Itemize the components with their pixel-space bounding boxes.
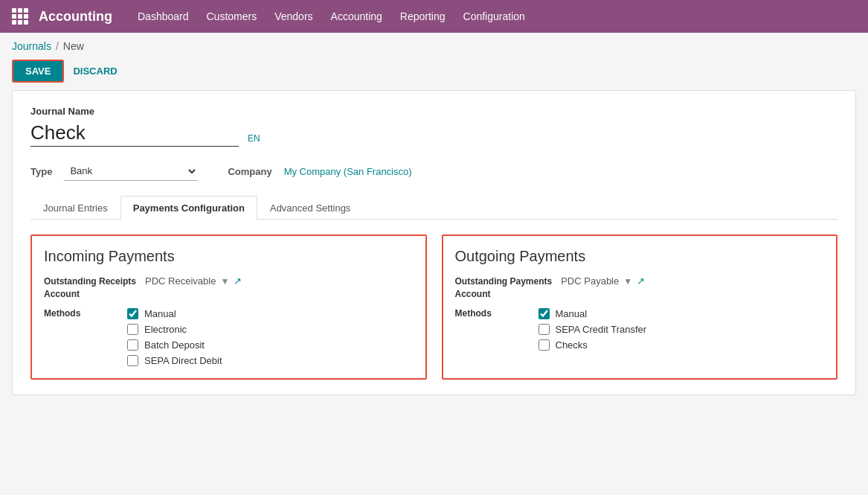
breadcrumb-current: New [63,40,84,52]
nav-dashboard[interactable]: Dashboard [130,7,196,25]
action-bar: SAVE DISCARD [0,55,868,90]
outgoing-methods-label: Methods [455,308,530,351]
breadcrumb-journals-link[interactable]: Journals [12,40,51,52]
main-card: Journal Name EN Type Bank Company My Com… [12,90,856,395]
outgoing-account-label: Outstanding PaymentsAccount [455,275,553,301]
tab-journal-entries[interactable]: Journal Entries [30,196,120,220]
payments-area: Incoming Payments Outstanding ReceiptsAc… [30,234,838,380]
incoming-method-manual-checkbox[interactable] [127,308,138,319]
outgoing-method-checks[interactable]: Checks [539,339,647,351]
outgoing-method-manual[interactable]: Manual [539,308,647,319]
incoming-account-text: PDC Receivable [145,275,216,287]
lang-badge[interactable]: EN [248,133,260,144]
outgoing-methods-row: Methods Manual SEPA Credit Transfer Chec… [455,308,825,351]
tab-payments-configuration[interactable]: Payments Configuration [120,196,257,220]
grid-icon [12,8,28,25]
incoming-method-batch-deposit[interactable]: Batch Deposit [127,339,222,351]
incoming-method-manual-label: Manual [144,308,176,319]
incoming-method-batch-deposit-label: Batch Deposit [144,339,205,351]
incoming-method-sepa-direct-debit[interactable]: SEPA Direct Debit [127,355,222,366]
incoming-method-sepa-direct-debit-checkbox[interactable] [127,355,138,366]
incoming-method-electronic[interactable]: Electronic [127,324,222,335]
outgoing-account-text: PDC Payable [561,275,619,287]
topbar: Accounting Dashboard Customers Vendors A… [0,0,868,33]
incoming-method-sepa-direct-debit-label: SEPA Direct Debit [144,355,222,366]
outgoing-methods-list: Manual SEPA Credit Transfer Checks [539,308,647,351]
outgoing-method-checks-checkbox[interactable] [539,339,550,351]
incoming-account-row: Outstanding ReceiptsAccount PDC Receivab… [44,275,414,301]
outgoing-method-sepa-credit[interactable]: SEPA Credit Transfer [539,324,647,335]
discard-button[interactable]: DISCARD [73,66,117,77]
incoming-method-electronic-checkbox[interactable] [127,324,138,335]
outgoing-account-value: PDC Payable ▼ ↗ [561,275,824,287]
column-divider [427,234,442,380]
outgoing-account-external-icon[interactable]: ↗ [637,275,645,287]
incoming-method-manual[interactable]: Manual [127,308,222,319]
app-name: Accounting [39,9,112,25]
incoming-method-electronic-label: Electronic [144,324,187,335]
nav-accounting[interactable]: Accounting [324,7,390,25]
incoming-payments-panel: Incoming Payments Outstanding ReceiptsAc… [30,234,427,380]
incoming-methods-row: Methods Manual Electronic Batch Deposit [44,308,414,366]
outgoing-method-sepa-credit-label: SEPA Credit Transfer [556,324,647,335]
breadcrumb: Journals / New [0,33,868,55]
incoming-account-value: PDC Receivable ▼ ↗ [145,275,413,287]
company-label: Company [228,166,271,177]
type-field: Type Bank [30,162,198,181]
nav-reporting[interactable]: Reporting [393,7,453,25]
app-logo[interactable]: Accounting [12,8,112,25]
topbar-nav: Dashboard Customers Vendors Accounting R… [130,7,533,25]
incoming-account-dropdown-icon: ▼ [220,276,229,287]
outgoing-payments-title: Outgoing Payments [455,248,825,265]
type-select[interactable]: Bank [64,162,198,181]
tabs-bar: Journal Entries Payments Configuration A… [30,196,838,220]
company-link[interactable]: My Company (San Francisco) [284,166,412,177]
outgoing-account-dropdown-icon: ▼ [623,276,632,287]
incoming-account-external-icon[interactable]: ↗ [234,275,242,287]
outgoing-method-checks-label: Checks [556,339,588,351]
breadcrumb-separator: / [56,40,59,52]
incoming-payments-title: Incoming Payments [44,248,414,265]
journal-name-input[interactable] [30,120,239,147]
nav-configuration[interactable]: Configuration [456,7,533,25]
tab-advanced-settings[interactable]: Advanced Settings [257,196,363,220]
save-button[interactable]: SAVE [12,60,64,83]
nav-vendors[interactable]: Vendors [267,7,320,25]
outgoing-payments-panel: Outgoing Payments Outstanding PaymentsAc… [442,234,838,380]
incoming-account-label: Outstanding ReceiptsAccount [44,275,136,301]
outgoing-method-sepa-credit-checkbox[interactable] [539,324,550,335]
type-label: Type [30,166,52,177]
outgoing-account-row: Outstanding PaymentsAccount PDC Payable … [455,275,825,301]
company-field: Company My Company (San Francisco) [228,166,411,177]
journal-name-row: EN [30,120,838,147]
incoming-methods-label: Methods [44,308,118,366]
outgoing-method-manual-checkbox[interactable] [539,308,550,319]
incoming-method-batch-deposit-checkbox[interactable] [127,339,138,351]
form-type-company-row: Type Bank Company My Company (San Franci… [30,162,838,181]
outgoing-method-manual-label: Manual [556,308,588,319]
journal-name-label: Journal Name [30,106,838,117]
incoming-methods-list: Manual Electronic Batch Deposit SEPA Dir… [127,308,222,366]
nav-customers[interactable]: Customers [199,7,265,25]
